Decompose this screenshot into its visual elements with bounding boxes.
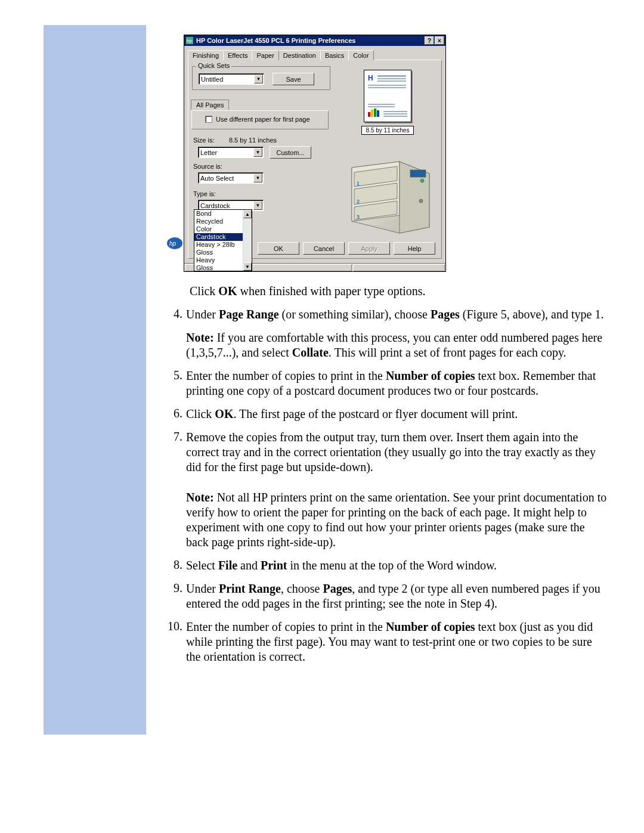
step-8: 8. Select File and Print in the menu at … [167, 558, 608, 573]
dialog-title: HP Color LaserJet 4550 PCL 6 Printing Pr… [196, 37, 425, 44]
source-select-value: Auto Select [200, 175, 234, 182]
tab-strip: Finishing Effects Paper Destination Basi… [188, 48, 442, 60]
page-preview-area: H [340, 70, 435, 135]
chevron-down-icon: ▼ [254, 75, 263, 83]
size-select[interactable]: Letter ▼ [198, 147, 264, 158]
svg-text:hp: hp [187, 38, 192, 44]
step-7: 7. Remove the copies from the output tra… [167, 430, 608, 550]
hp-logo-icon: hp [185, 36, 194, 45]
all-pages-subtab[interactable]: All Pages [191, 100, 229, 110]
dialog-button-row: OK Cancel Apply Help [258, 242, 435, 255]
scroll-up-icon[interactable]: ▲ [243, 210, 252, 218]
type-select-value: Cardstock [200, 202, 230, 209]
hp-badge-icon: hp [166, 237, 183, 250]
dialog-titlebar: hp HP Color LaserJet 4550 PCL 6 Printing… [184, 35, 445, 46]
svg-point-10 [419, 199, 423, 203]
svg-point-9 [420, 179, 424, 182]
apply-button[interactable]: Apply [348, 242, 390, 255]
scroll-down-icon[interactable]: ▼ [243, 262, 252, 271]
size-label-row: Size is: 8.5 by 11 inches [193, 137, 277, 144]
printer-illustration-icon: 1 2 3 [340, 144, 435, 239]
quick-sets-value: Untitled [201, 76, 223, 83]
help-settings-button[interactable]: Help [394, 242, 435, 255]
step-10: 10. Enter the number of copies to print … [167, 620, 608, 664]
tab-basics[interactable]: Basics [320, 50, 349, 60]
use-different-paper-label: Use different paper for first page [216, 116, 310, 123]
tab-paper[interactable]: Paper [252, 50, 278, 61]
svg-text:hp: hp [169, 240, 177, 247]
source-label: Source is: [193, 163, 222, 170]
preview-size-label: 8.5 by 11 inches [361, 126, 414, 135]
custom-size-button[interactable]: Custom... [270, 146, 311, 159]
screenshot-figure: hp HP Color LaserJet 4550 PCL 6 Printing… [184, 35, 446, 272]
main-content: hp HP Color LaserJet 4550 PCL 6 Printing… [167, 35, 608, 673]
svg-text:2: 2 [357, 199, 360, 205]
quick-sets-legend: Quick Sets [196, 62, 231, 69]
size-select-value: Letter [200, 149, 217, 156]
use-different-paper-checkbox[interactable] [205, 116, 212, 123]
titlebar-buttons: ? × [425, 36, 444, 45]
printing-preferences-dialog: hp HP Color LaserJet 4550 PCL 6 Printing… [184, 35, 446, 272]
type-dropdown-list[interactable]: Bond Recycled Color Cardstock Heavy > 28… [194, 209, 252, 271]
tab-destination[interactable]: Destination [278, 50, 321, 60]
tab-effects[interactable]: Effects [223, 50, 252, 60]
svg-text:3: 3 [357, 214, 360, 220]
left-sidebar-band [44, 25, 146, 735]
chevron-down-icon: ▼ [253, 174, 262, 182]
cancel-button[interactable]: Cancel [303, 242, 345, 255]
size-value: 8.5 by 11 inches [229, 137, 277, 144]
quick-sets-select[interactable]: Untitled ▼ [199, 73, 264, 85]
svg-rect-8 [410, 170, 426, 177]
tab-color[interactable]: Color [348, 50, 373, 60]
step-5: 5. Enter the number of copies to print i… [167, 368, 608, 398]
step-6: 6. Click OK. The first page of the postc… [167, 407, 608, 422]
quick-sets-group: Quick Sets Untitled ▼ Save [192, 66, 330, 90]
ok-button[interactable]: OK [258, 242, 299, 255]
all-pages-panel: Use different paper for first page [191, 110, 329, 129]
close-button[interactable]: × [435, 36, 444, 45]
source-select[interactable]: Auto Select ▼ [198, 172, 264, 184]
page-preview-icon: H [364, 70, 411, 122]
step-9: 9. Under Print Range, choose Pages, and … [167, 581, 608, 611]
type-label: Type is: [193, 190, 216, 197]
instruction-text: Click OK when finished with paper type o… [167, 284, 608, 664]
tab-finishing[interactable]: Finishing [188, 50, 224, 60]
save-button[interactable]: Save [273, 73, 314, 85]
intro-line: Click OK when finished with paper type o… [190, 284, 608, 299]
dialog-body: Finishing Effects Paper Destination Basi… [184, 46, 445, 271]
use-different-paper-row: Use different paper for first page [205, 116, 310, 123]
svg-text:1: 1 [357, 181, 360, 187]
chevron-down-icon: ▼ [253, 201, 262, 210]
chevron-down-icon: ▼ [253, 148, 262, 157]
help-button[interactable]: ? [425, 36, 434, 45]
step-4: 4. Under Page Range (or something simila… [167, 307, 608, 360]
dropdown-scrollbar[interactable]: ▲ ▼ [243, 210, 252, 271]
size-label: Size is: [193, 137, 214, 144]
